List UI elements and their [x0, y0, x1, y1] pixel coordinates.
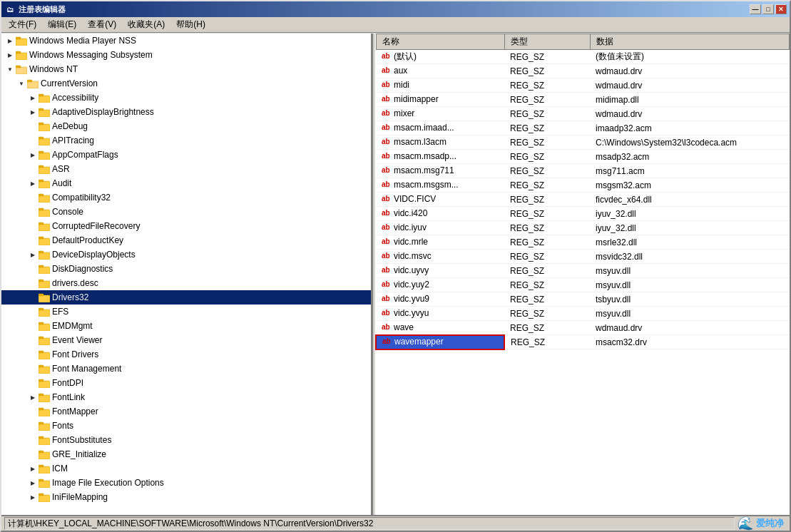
- tree-item[interactable]: EFS: [1, 305, 371, 319]
- registry-row[interactable]: abvidc.yvyuREG_SZmsyuv.dll: [376, 307, 790, 321]
- registry-row[interactable]: abmsacm.msg711REG_SZmsg711.acm: [376, 164, 790, 178]
- tree-item[interactable]: Fonts: [1, 419, 371, 433]
- tree-item[interactable]: ▶ Windows Messaging Subsystem: [1, 48, 371, 62]
- registry-row[interactable]: abvidc.mrleREG_SZmsrle32.dll: [376, 235, 790, 250]
- tree-item[interactable]: Event Viewer: [1, 333, 371, 347]
- tree-item[interactable]: ▶ FontLink: [1, 390, 371, 404]
- registry-row[interactable]: abvidc.yvu9REG_SZtsbyuv.dll: [376, 292, 790, 307]
- tree-item[interactable]: Compatibility32: [1, 190, 371, 205]
- tree-item[interactable]: FontDPI: [1, 376, 371, 390]
- registry-tree-panel[interactable]: ▶ Windows Media Player NSS▶ Windows Mess…: [1, 34, 372, 515]
- tree-item[interactable]: AeDebug: [1, 119, 371, 133]
- maximize-button[interactable]: □: [762, 4, 774, 14]
- col-type[interactable]: 类型: [504, 34, 590, 50]
- expand-icon[interactable]: [27, 320, 39, 332]
- registry-row[interactable]: abmsacm.msgsm...REG_SZmsgsm32.acm: [376, 178, 790, 193]
- registry-row[interactable]: abVIDC.FICVREG_SZficvdec_x64.dll: [376, 193, 790, 207]
- tree-item[interactable]: GRE_Initialize: [1, 447, 371, 461]
- expand-icon[interactable]: [27, 206, 39, 218]
- minimize-button[interactable]: —: [750, 4, 761, 14]
- registry-row[interactable]: abmidimapperREG_SZmidimap.dll: [376, 93, 790, 107]
- expand-icon[interactable]: [27, 377, 39, 389]
- registry-row[interactable]: abmixerREG_SZwdmaud.drv: [376, 107, 790, 121]
- registry-row[interactable]: abmsacm.imaad...REG_SZimaadp32.acm: [376, 121, 790, 135]
- expand-icon[interactable]: ▶: [27, 463, 39, 474]
- registry-row[interactable]: abvidc.yuy2REG_SZmsyuv.dll: [376, 278, 790, 292]
- expand-icon[interactable]: ▶: [27, 178, 39, 189]
- tree-item[interactable]: DiskDiagnostics: [1, 262, 371, 276]
- tree-item[interactable]: CorruptedFileRecovery: [1, 219, 371, 233]
- tree-item[interactable]: APITracing: [1, 133, 371, 148]
- col-data[interactable]: 数据: [590, 34, 790, 50]
- expand-icon[interactable]: ▶: [27, 392, 39, 403]
- close-button[interactable]: ✕: [775, 4, 787, 14]
- registry-row[interactable]: abauxREG_SZwdmaud.drv: [376, 64, 790, 78]
- expand-icon[interactable]: [27, 406, 39, 417]
- expand-icon[interactable]: [27, 334, 39, 346]
- expand-icon[interactable]: [27, 121, 39, 132]
- menu-help[interactable]: 帮助(H): [170, 17, 211, 32]
- expand-icon[interactable]: [27, 292, 39, 303]
- expand-icon[interactable]: [27, 263, 39, 275]
- tree-item[interactable]: ▶ Image File Execution Options: [1, 476, 371, 490]
- expand-icon[interactable]: ▼: [4, 63, 16, 75]
- tree-item[interactable]: ASR: [1, 162, 371, 176]
- tree-item[interactable]: ▶ AdaptiveDisplayBrightness: [1, 105, 371, 119]
- tree-item[interactable]: Font Management: [1, 362, 371, 376]
- menu-favorites[interactable]: 收藏夹(A): [122, 17, 170, 32]
- expand-icon[interactable]: [27, 349, 39, 360]
- expand-icon[interactable]: [27, 449, 39, 460]
- expand-icon[interactable]: [27, 434, 39, 446]
- expand-icon[interactable]: ▶: [4, 49, 16, 61]
- expand-icon[interactable]: ▶: [27, 477, 39, 488]
- tree-item[interactable]: Font Drivers: [1, 347, 371, 362]
- tree-item[interactable]: Drivers32: [1, 290, 371, 305]
- tree-item[interactable]: FontSubstitutes: [1, 433, 371, 447]
- registry-row[interactable]: abmidiREG_SZwdmaud.drv: [376, 78, 790, 93]
- col-name[interactable]: 名称: [376, 34, 504, 50]
- tree-item[interactable]: drivers.desc: [1, 276, 371, 290]
- registry-row[interactable]: abwaveREG_SZwdmaud.drv: [376, 321, 790, 335]
- expand-icon[interactable]: [27, 235, 39, 246]
- tree-item[interactable]: ▼ Windows NT: [1, 62, 371, 76]
- expand-icon[interactable]: ▶: [27, 92, 39, 103]
- menu-file[interactable]: 文件(F): [3, 17, 42, 32]
- tree-item[interactable]: ▶ ICM: [1, 461, 371, 476]
- expand-icon[interactable]: ▶: [4, 35, 16, 46]
- expand-icon[interactable]: [27, 135, 39, 146]
- tree-item[interactable]: DefaultProductKey: [1, 233, 371, 247]
- registry-row[interactable]: abmsacm.l3acmREG_SZC:\Windows\System32\l…: [376, 135, 790, 150]
- expand-icon[interactable]: ▶: [27, 491, 39, 503]
- registry-row[interactable]: abmsacm.msadp...REG_SZmsadp32.acm: [376, 150, 790, 164]
- tree-item[interactable]: Console: [1, 205, 371, 219]
- tree-item[interactable]: EMDMgmt: [1, 319, 371, 333]
- expand-icon[interactable]: ▼: [16, 78, 27, 89]
- menu-edit[interactable]: 编辑(E): [42, 17, 82, 32]
- registry-row[interactable]: abwavemapperREG_SZmsacm32.drv: [376, 335, 790, 349]
- tree-item[interactable]: ▶ DeviceDisplayObjects: [1, 247, 371, 262]
- registry-row[interactable]: abvidc.iyuvREG_SZiyuv_32.dll: [376, 221, 790, 235]
- expand-icon[interactable]: ▶: [27, 106, 39, 118]
- expand-icon[interactable]: [27, 306, 39, 317]
- tree-item[interactable]: FontMapper: [1, 404, 371, 419]
- registry-row[interactable]: abvidc.i420REG_SZiyuv_32.dll: [376, 207, 790, 221]
- registry-row[interactable]: ab(默认)REG_SZ(数值未设置): [376, 50, 790, 64]
- registry-values-panel[interactable]: 名称 类型 数据 ab(默认)REG_SZ(数值未设置)abauxREG_SZw…: [375, 34, 790, 515]
- tree-item[interactable]: ▼ CurrentVersion: [1, 76, 371, 91]
- tree-item[interactable]: ▶ Audit: [1, 176, 371, 190]
- tree-item[interactable]: ▶ AppCompatFlags: [1, 148, 371, 162]
- tree-item[interactable]: ▶ Accessibility: [1, 91, 371, 105]
- tree-item[interactable]: ▶ IniFileMapping: [1, 490, 371, 504]
- expand-icon[interactable]: [27, 277, 39, 289]
- expand-icon[interactable]: [27, 220, 39, 232]
- expand-icon[interactable]: [27, 420, 39, 431]
- expand-icon[interactable]: [27, 163, 39, 175]
- expand-icon[interactable]: [27, 363, 39, 374]
- registry-row[interactable]: abvidc.uyvyREG_SZmsyuv.dll: [376, 264, 790, 278]
- expand-icon[interactable]: [27, 192, 39, 203]
- registry-row[interactable]: abvidc.msvcREG_SZmsvidc32.dll: [376, 250, 790, 264]
- menu-view[interactable]: 查看(V): [82, 17, 122, 32]
- tree-item[interactable]: ▶ Windows Media Player NSS: [1, 34, 371, 48]
- expand-icon[interactable]: ▶: [27, 249, 39, 260]
- expand-icon[interactable]: ▶: [27, 149, 39, 160]
